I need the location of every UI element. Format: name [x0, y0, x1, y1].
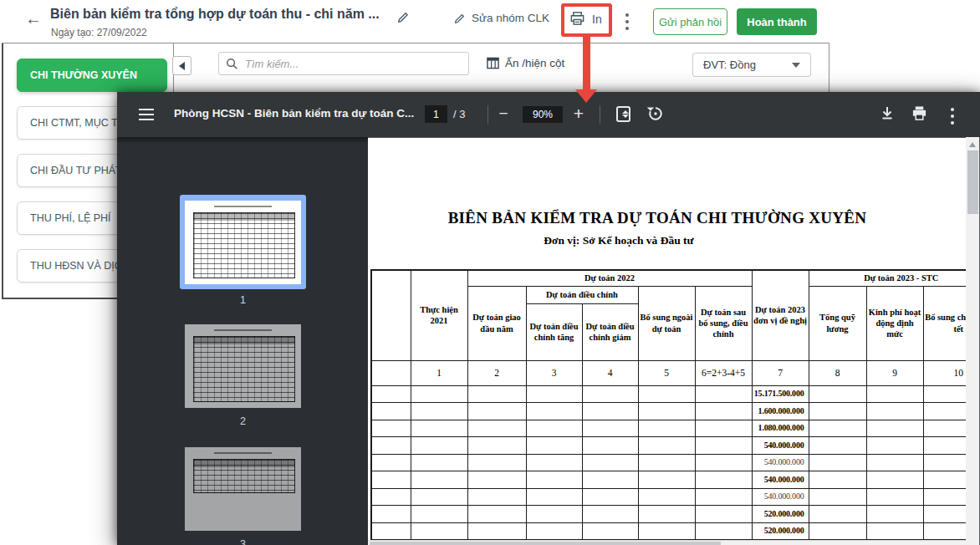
budget-table: Thực hiện 2021Dự toán 2022Dự toán 2023 đ… — [370, 269, 966, 540]
back-arrow-icon[interactable]: ← — [25, 9, 42, 28]
collapse-left-icon — [179, 62, 185, 70]
empty-cell — [638, 506, 695, 523]
empty-cell — [371, 488, 411, 506]
column-index-cell: 10 — [923, 360, 966, 385]
empty-cell — [526, 385, 582, 403]
page-thumbnail[interactable] — [185, 447, 301, 531]
budget-2023-value-cell: 1.600.000.000 — [752, 403, 809, 420]
table-header-cell: Dự toán điều chỉnh — [526, 286, 638, 303]
empty-cell — [695, 506, 752, 523]
table-header-cell: Kinh phí hoạt động định mức — [866, 286, 923, 360]
empty-cell — [467, 506, 526, 523]
table-header-cell: Dự toán 2023 - STC — [809, 270, 966, 286]
pdf-toolbar: Phòng HCSN - Biên bản kiểm tra dự toán C… — [117, 92, 980, 137]
empty-cell — [371, 420, 411, 437]
edit-title-pencil-icon[interactable] — [397, 11, 410, 23]
print-pdf-icon[interactable] — [911, 105, 927, 121]
more-options-icon[interactable] — [625, 13, 629, 33]
complete-button[interactable]: Hoàn thành — [737, 8, 817, 35]
thumbnail-page-number[interactable]: 3 — [180, 538, 306, 545]
send-feedback-button[interactable]: Gửi phản hồi — [653, 8, 727, 35]
pdf-page-area: BIÊN BẢN KIỂM TRA DỰ TOÁN CHI THƯỜNG XUY… — [368, 137, 980, 545]
thumbnail-panel: 1 2 3 — [117, 137, 368, 545]
horizontal-scrollbar[interactable] — [368, 540, 966, 545]
toggle-columns-button[interactable]: Ẩn /hiện cột — [487, 57, 564, 69]
sidebar-item[interactable]: CHI THƯỜNG XUYÊN — [17, 59, 167, 92]
empty-cell — [467, 403, 526, 420]
empty-cell — [526, 437, 582, 455]
pdf-more-options-icon[interactable] — [951, 108, 954, 128]
empty-cell — [923, 420, 966, 437]
column-index-cell: 7 — [752, 360, 809, 385]
table-row: 520.000.000 — [371, 522, 966, 540]
empty-cell — [582, 437, 638, 455]
thumbnail-table-header — [193, 459, 295, 467]
table-header-cell: Tổng quỹ lương — [809, 286, 866, 360]
column-index-cell: 6=2+3-4+5 — [695, 360, 752, 385]
thumbnail-page-number[interactable]: 2 — [180, 415, 306, 427]
empty-cell — [467, 437, 526, 455]
collapse-sidebar-button[interactable] — [172, 56, 191, 75]
empty-cell — [695, 420, 752, 437]
page-number-input[interactable]: 1 — [425, 105, 447, 123]
print-highlight-rectangle — [561, 3, 612, 37]
zoom-level-input[interactable]: 90% — [523, 106, 563, 123]
empty-cell — [923, 488, 966, 506]
column-index-cell: 4 — [582, 360, 638, 385]
table-row: 15.171.500.000 — [371, 385, 966, 403]
edit-clk-group-button[interactable]: Sửa nhóm CLK — [454, 12, 549, 24]
unit-select[interactable]: ĐVT: Đồng — [692, 53, 811, 77]
empty-cell — [467, 420, 526, 437]
thumbnail-table — [193, 336, 295, 402]
empty-cell — [923, 403, 966, 420]
empty-cell — [467, 454, 526, 471]
download-icon[interactable] — [880, 105, 895, 120]
empty-cell — [866, 403, 923, 420]
zoom-out-button[interactable]: − — [493, 103, 513, 125]
thumbnail-title-line — [214, 452, 273, 454]
empty-cell — [923, 471, 966, 489]
page-thumbnail[interactable] — [185, 324, 301, 408]
annotation-arrow-head — [575, 89, 597, 103]
column-index-cell: 1 — [411, 360, 467, 385]
empty-cell — [866, 522, 923, 540]
menu-icon[interactable] — [139, 109, 154, 124]
empty-cell — [467, 471, 526, 489]
vertical-scrollbar[interactable] — [966, 137, 980, 545]
thumbnail-table-header — [193, 212, 295, 221]
empty-cell — [582, 522, 638, 540]
rotate-icon[interactable] — [647, 105, 664, 122]
table-row: 540.000.000 — [371, 471, 966, 489]
empty-cell — [809, 522, 866, 540]
fit-to-page-icon[interactable] — [616, 106, 630, 122]
table-row: 520.000.000 — [371, 506, 966, 523]
table-header-cell: Dự toán 2022 — [467, 270, 752, 286]
horizontal-scrollbar-thumb[interactable] — [370, 542, 721, 545]
page-thumbnail[interactable] — [185, 201, 301, 284]
empty-cell — [638, 454, 695, 471]
empty-cell — [526, 471, 582, 489]
empty-cell — [371, 522, 411, 540]
search-box[interactable] — [218, 52, 469, 75]
table-header-cell: Dự toán điều chỉnh giảm — [582, 303, 638, 360]
vertical-scrollbar-thumb[interactable] — [967, 150, 978, 214]
table-row: 540.000.000 — [371, 488, 966, 506]
empty-cell — [809, 454, 866, 471]
document-unit-line: Đơn vị: Sở Kế hoạch và Đầu tư — [368, 234, 870, 247]
empty-cell — [809, 437, 866, 455]
empty-cell — [526, 454, 582, 471]
empty-cell — [695, 403, 752, 420]
empty-cell — [526, 522, 582, 540]
table-row: 540.000.000 — [371, 454, 966, 471]
scroll-up-icon[interactable] — [969, 142, 976, 147]
empty-cell — [638, 522, 695, 540]
thumbnail-title-line — [214, 329, 273, 331]
empty-cell — [526, 488, 582, 506]
thumbnail-page-number[interactable]: 1 — [180, 294, 306, 306]
document-title: BIÊN BẢN KIỂM TRA DỰ TOÁN CHI THƯỜNG XUY… — [406, 209, 908, 227]
pdf-print-preview-dialog: Phòng HCSN - Biên bản kiểm tra dự toán C… — [117, 92, 980, 545]
search-input[interactable] — [245, 58, 462, 70]
budget-2023-value-cell: 540.000.000 — [752, 488, 809, 506]
zoom-in-button[interactable]: + — [569, 103, 589, 125]
empty-cell — [582, 506, 638, 523]
